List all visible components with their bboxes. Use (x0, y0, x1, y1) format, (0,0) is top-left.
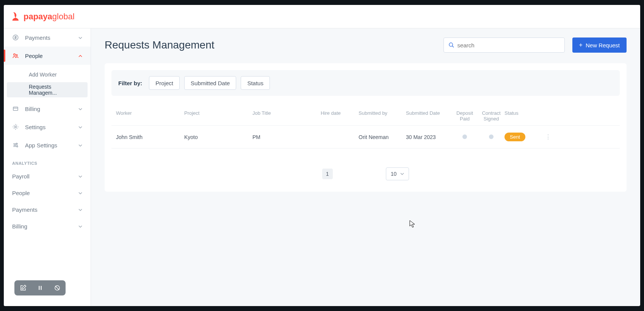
cell-jobtitle: PM (252, 134, 321, 140)
th-jobtitle: Job Title (252, 110, 321, 122)
search-icon (448, 42, 454, 48)
th-status: Status (505, 110, 542, 122)
cell-contract (478, 134, 505, 140)
sidebar-people-submenu: Add Worker Requests Managem... (4, 65, 91, 100)
recorder-overlay (14, 280, 66, 295)
chevron-down-icon (78, 34, 82, 41)
filter-project-button[interactable]: Project (149, 76, 180, 90)
sidebar-section-analytics: ANALYTICS (4, 154, 91, 168)
th-hiredate: Hire date (321, 110, 359, 122)
chevron-down-icon (78, 206, 82, 213)
cell-project: Kyoto (184, 134, 252, 140)
sidebar-analytics-payments[interactable]: Payments (4, 201, 91, 218)
cell-actions: ⋮ (542, 133, 554, 141)
filter-bar: Filter by: Project Submitted Date Status (111, 70, 620, 96)
sidebar-analytics-billing[interactable]: Billing (4, 218, 91, 234)
th-project: Project (184, 110, 252, 122)
brand-suffix: global (52, 12, 75, 22)
people-icon (12, 52, 19, 59)
chevron-down-icon (400, 171, 404, 177)
chevron-down-icon (78, 173, 82, 180)
stop-icon[interactable] (54, 284, 61, 291)
contract-indicator-icon (489, 134, 494, 139)
chevron-up-icon (78, 53, 82, 59)
cell-worker: John Smith (116, 134, 184, 140)
cell-submittedby: Orit Neeman (359, 134, 406, 140)
brand-name: papaya (24, 12, 52, 22)
search-box[interactable] (443, 38, 565, 53)
svg-point-6 (14, 145, 16, 146)
sidebar-item-settings[interactable]: Settings (4, 118, 91, 136)
deposit-indicator-icon (462, 134, 467, 139)
status-badge: Sent (505, 133, 525, 141)
sliders-icon (12, 142, 19, 148)
new-request-button[interactable]: + New Request (572, 38, 627, 53)
th-worker: Worker (116, 110, 184, 122)
filter-label: Filter by: (118, 80, 142, 86)
page-title: Requests Management (105, 39, 215, 51)
search-input[interactable] (458, 42, 560, 48)
svg-rect-3 (13, 107, 18, 111)
th-submitteddate: Submitted Date (406, 110, 451, 122)
sidebar-sub-requests-management[interactable]: Requests Managem... (7, 82, 88, 97)
th-deposit: Deposit Paid (451, 110, 478, 122)
chevron-down-icon (78, 106, 82, 112)
th-contract: Contract Signed (478, 110, 505, 122)
svg-rect-9 (39, 286, 39, 290)
chevron-down-icon (78, 142, 82, 148)
filter-status-button[interactable]: Status (241, 76, 270, 90)
billing-icon (12, 105, 19, 112)
sidebar: Payments People Add Worker Requests Mana… (4, 28, 91, 306)
filter-submitted-date-button[interactable]: Submitted Date (184, 76, 236, 90)
sidebar-item-billing[interactable]: Billing (4, 100, 91, 118)
cell-status: Sent (505, 133, 542, 141)
svg-rect-10 (41, 286, 41, 290)
brand-logo: papayaglobal (11, 11, 75, 22)
chevron-down-icon (78, 223, 82, 230)
requests-panel: Filter by: Project Submitted Date Status… (105, 63, 627, 192)
dollar-icon (12, 34, 19, 41)
table-row[interactable]: John Smith Kyoto PM Orit Neeman 30 Mar 2… (111, 126, 620, 148)
row-menu-icon[interactable]: ⋮ (545, 134, 552, 140)
gear-icon (12, 123, 19, 130)
svg-point-5 (16, 143, 17, 144)
sidebar-analytics-people[interactable]: People (4, 184, 91, 201)
th-submittedby: Submitted by (359, 110, 406, 122)
pagination: 1 10 (111, 167, 620, 180)
th-actions (542, 110, 554, 122)
sidebar-analytics-payroll[interactable]: Payroll (4, 168, 91, 184)
chevron-down-icon (78, 190, 82, 196)
plus-icon: + (579, 42, 583, 48)
requests-table: Worker Project Job Title Hire date Submi… (111, 106, 620, 148)
sidebar-item-payments[interactable]: Payments (4, 28, 91, 47)
table-header: Worker Project Job Title Hire date Submi… (111, 106, 620, 126)
sidebar-item-app-settings[interactable]: App Settings (4, 136, 91, 154)
sidebar-sub-add-worker[interactable]: Add Worker (7, 67, 88, 82)
svg-point-2 (16, 55, 17, 56)
app-header: papayaglobal (4, 5, 640, 28)
main-content: Requests Management + New Request Filter… (91, 28, 640, 306)
chevron-down-icon (78, 124, 82, 130)
sidebar-item-people[interactable]: People (4, 47, 91, 65)
svg-point-1 (14, 54, 16, 56)
cell-submitteddate: 30 Mar 2023 (406, 134, 451, 140)
cell-deposit (451, 134, 478, 140)
pause-icon[interactable] (37, 284, 44, 291)
papaya-logo-icon (11, 11, 21, 22)
svg-point-4 (15, 126, 17, 128)
page-number[interactable]: 1 (322, 169, 333, 179)
svg-point-7 (17, 146, 18, 147)
edit-icon[interactable] (20, 284, 27, 291)
page-size-select[interactable]: 10 (386, 167, 409, 180)
svg-point-8 (449, 43, 453, 46)
